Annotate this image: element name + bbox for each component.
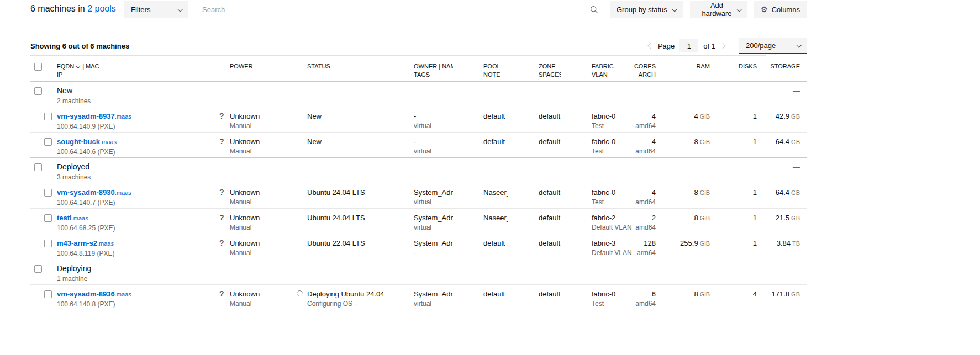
table-row: vm-sysadm-8936.maas 100.64.140.8 (PXE) ?… xyxy=(30,284,807,310)
vlan-text: Test xyxy=(592,299,633,308)
group-summary-dash: — xyxy=(764,162,807,183)
table-row: vm-sysadm-8937.maas 100.64.140.9 (PXE) ?… xyxy=(30,107,807,132)
power-unknown-icon: ? xyxy=(219,289,224,299)
pool-text: default xyxy=(483,137,508,146)
machine-link[interactable]: testi.maas xyxy=(57,214,88,222)
disks-value: 1 xyxy=(717,112,757,121)
search-box xyxy=(197,1,603,18)
pool-text: default xyxy=(483,289,508,299)
next-page-icon[interactable] xyxy=(719,43,725,49)
machine-ip: 100.64.140.9 (PXE) xyxy=(57,122,199,131)
zone-text: default xyxy=(539,239,561,248)
status-text: Deploying Ubuntu 24.04 LTS xyxy=(307,290,383,298)
zone-text: default xyxy=(539,112,561,121)
group-by-label: Group by status xyxy=(617,6,667,14)
add-hardware-label: Add hardware xyxy=(697,1,737,18)
header-power: POWER xyxy=(199,62,277,81)
storage-value: 64.4GB xyxy=(764,188,800,198)
status-text: New xyxy=(307,112,383,121)
owner-text: System_Admin xyxy=(414,213,453,222)
row-checkbox[interactable] xyxy=(44,113,52,120)
group-checkbox[interactable] xyxy=(34,87,42,95)
status-text: Ubuntu 24.04 LTS xyxy=(307,213,383,222)
arch-value: amd64 xyxy=(633,299,656,308)
header-cores: CORES ARCH xyxy=(633,62,663,81)
group-checkbox[interactable] xyxy=(34,265,42,273)
group-by-dropdown[interactable]: Group by status xyxy=(610,1,683,18)
machine-link[interactable]: vm-sysadm-8937.maas xyxy=(57,112,131,120)
row-checkbox[interactable] xyxy=(44,214,52,222)
vlan-text: Test xyxy=(592,121,633,130)
sort-chevron-icon[interactable] xyxy=(76,64,80,68)
storage-value: 42.9GB xyxy=(764,112,800,121)
machine-link[interactable]: m43-arm-s2.maas xyxy=(57,239,114,247)
vlan-text: Test xyxy=(592,198,633,206)
group-checkbox[interactable] xyxy=(34,163,42,171)
power-type: Manual xyxy=(230,198,277,206)
list-controls-bar: Showing 6 out of 6 machines Page of 1 20… xyxy=(30,36,807,55)
fqdn-sort-label[interactable]: FQDN xyxy=(57,62,74,71)
owner-text: System_Admin xyxy=(414,289,453,299)
page-number-input[interactable] xyxy=(679,39,698,52)
machine-link[interactable]: vm-sysadm-8936.maas xyxy=(57,290,131,298)
owner-text: System_Admin xyxy=(414,239,453,248)
status-text: Ubuntu 24.04 LTS xyxy=(307,188,383,197)
cores-value: 4 xyxy=(633,112,656,121)
top-toolbar: 6 machines in 2 pools Filters Group by s… xyxy=(30,1,807,18)
header-fqdn[interactable]: FQDN | MAC IP xyxy=(57,62,199,81)
cores-value: 4 xyxy=(633,188,656,197)
owner-text: - xyxy=(414,112,453,121)
row-checkbox[interactable] xyxy=(44,240,52,247)
machine-link[interactable]: sought-buck.maas xyxy=(57,137,117,146)
pools-link[interactable]: 2 pools xyxy=(87,4,116,13)
cores-value: 4 xyxy=(633,137,656,146)
disks-value: 1 xyxy=(717,213,757,222)
table-row: m43-arm-s2.maas 100.64.8.119 (PXE) ?Unkn… xyxy=(30,234,807,259)
table-row: testi.maas 100.64.68.25 (PXE) ?Unknown M… xyxy=(30,208,807,234)
header-storage: STORAGE xyxy=(764,62,807,81)
tags-text: virtual xyxy=(414,223,453,232)
row-checkbox[interactable] xyxy=(44,138,52,146)
ram-value: 8GiB xyxy=(663,137,710,147)
machine-link[interactable]: vm-sysadm-8930.maas xyxy=(57,188,131,197)
machine-ip: 100.64.140.7 (PXE) xyxy=(57,198,199,207)
previous-page-icon[interactable] xyxy=(647,43,654,49)
header-owner: OWNER | NAME TAGS xyxy=(383,62,453,81)
per-page-select[interactable]: 200/page xyxy=(739,38,807,54)
page-title: 6 machines in 2 pools xyxy=(30,1,124,18)
power-type: Manual xyxy=(230,299,277,308)
machine-ip: 100.64.140.6 (PXE) xyxy=(57,147,199,156)
pagination: Page of 1 xyxy=(649,39,725,52)
arch-value: arm64 xyxy=(633,248,656,257)
storage-value: 21.5GB xyxy=(764,213,800,223)
group-header-row: Deploying 1 machine — xyxy=(30,259,807,284)
group-summary-dash: — xyxy=(764,86,807,107)
machine-ip: 100.64.68.25 (PXE) xyxy=(57,224,199,232)
select-all-checkbox[interactable] xyxy=(34,63,42,71)
machine-count-text: 6 machines in xyxy=(30,4,87,13)
group-count: 1 machine xyxy=(57,274,633,283)
showing-count-text: Showing 6 out of 6 machines xyxy=(30,42,129,50)
fabric-text: fabric-0 xyxy=(592,289,633,299)
table-header-row: FQDN | MAC IP POWER STATUS OWNER | NAME … xyxy=(30,56,807,81)
power-type: Manual xyxy=(230,147,277,156)
power-state: Unknown xyxy=(230,137,260,146)
group-section-deployed: Deployed 3 machines — vm-sysadm-8930.maa… xyxy=(30,157,980,259)
power-type: Manual xyxy=(230,223,277,232)
fabric-text: fabric-0 xyxy=(592,188,633,197)
row-checkbox[interactable] xyxy=(44,290,52,298)
tags-text: virtual xyxy=(414,299,453,308)
filters-dropdown[interactable]: Filters xyxy=(124,1,188,18)
search-input[interactable] xyxy=(202,6,590,14)
filters-label: Filters xyxy=(131,6,150,14)
row-checkbox[interactable] xyxy=(44,189,52,197)
disks-value: 1 xyxy=(717,137,757,146)
disks-value: 1 xyxy=(717,188,757,197)
add-hardware-dropdown[interactable]: Add hardware xyxy=(690,1,747,18)
group-section-new: New 2 machines — vm-sysadm-8937.maas 100… xyxy=(30,81,980,157)
vlan-text: Default VLAN xyxy=(592,248,633,257)
chevron-down-icon xyxy=(736,6,742,12)
header-status: STATUS xyxy=(277,62,383,81)
columns-button[interactable]: ⚙ Columns xyxy=(754,1,807,18)
owner-text: System_Admin xyxy=(414,188,453,197)
